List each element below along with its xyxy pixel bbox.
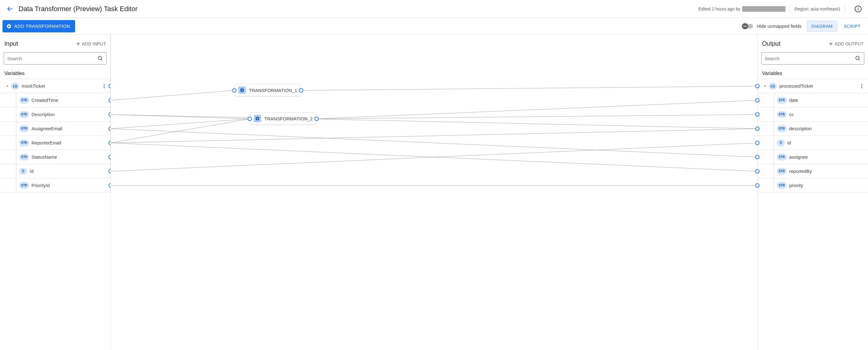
input-variables-label: Variables — [0, 68, 111, 79]
output-search[interactable] — [762, 52, 864, 65]
svg-line-21 — [111, 143, 757, 171]
svg-line-27 — [859, 59, 860, 61]
type-badge: D — [777, 140, 785, 146]
field-name: reportedBy — [789, 169, 866, 174]
node-output-port[interactable] — [314, 117, 319, 121]
variable-field[interactable]: STR Description — [0, 107, 111, 121]
page-title: Data Transformer (Preview) Task Editor — [19, 5, 137, 13]
svg-line-7 — [101, 59, 102, 61]
type-badge: STR — [19, 125, 29, 132]
field-port[interactable] — [755, 112, 760, 117]
transformation-node-2[interactable]: TRANSFORMATION_2 — [250, 112, 316, 125]
variable-field[interactable]: STR description — [757, 121, 868, 136]
svg-line-11 — [111, 91, 234, 100]
node-input-port[interactable] — [248, 117, 252, 121]
back-button[interactable] — [4, 3, 16, 15]
diagram-canvas[interactable]: TRANSFORMATION_1 TRANSFORMATION_2 — [111, 35, 757, 350]
field-name: date — [789, 98, 866, 103]
field-name: StatusName — [32, 154, 108, 160]
field-port[interactable] — [755, 98, 760, 102]
field-port[interactable] — [755, 169, 760, 173]
variable-field[interactable]: D Id — [0, 164, 111, 178]
hide-unmapped-toggle[interactable] — [743, 23, 754, 29]
edited-by: Edited 2 hours ago by — [698, 6, 785, 12]
type-badge: STR — [19, 182, 29, 189]
type-badge: D — [19, 168, 27, 175]
type-badge: STR — [777, 111, 787, 118]
field-name: ReporterEmail — [32, 140, 108, 145]
svg-point-9 — [104, 85, 105, 86]
output-panel: Output ADD OUTPUT Variables {J} processe… — [757, 35, 868, 350]
search-icon — [855, 55, 861, 62]
output-search-field[interactable] — [765, 56, 855, 61]
chevron-down-icon[interactable] — [4, 82, 11, 90]
gear-icon — [6, 24, 12, 29]
type-badge: STR — [777, 154, 787, 161]
region-label: Region: asia-northeast1 — [795, 6, 840, 11]
node-label: TRANSFORMATION_2 — [264, 116, 312, 121]
input-search-field[interactable] — [7, 56, 97, 61]
type-badge: {J} — [769, 83, 777, 90]
output-variables-label: Variables — [757, 68, 868, 79]
field-name: CreatedTime — [32, 98, 108, 103]
svg-line-12 — [301, 86, 757, 91]
variable-field[interactable]: STR CreatedTime — [0, 93, 111, 107]
divider — [790, 5, 790, 13]
variable-field[interactable]: D id — [757, 136, 868, 150]
variable-root[interactable]: {J} processedTicket — [757, 79, 868, 93]
node-label: TRANSFORMATION_1 — [249, 88, 297, 93]
field-port[interactable] — [755, 183, 760, 188]
variable-field[interactable]: STR StatusName — [0, 150, 111, 164]
add-transformation-button[interactable]: ADD TRANSFORMATION — [2, 20, 75, 32]
transformation-node-1[interactable]: TRANSFORMATION_1 — [234, 84, 301, 96]
tab-diagram[interactable]: DIAGRAM — [807, 21, 837, 32]
node-output-port[interactable] — [299, 88, 303, 93]
add-input-button[interactable]: ADD INPUT — [76, 41, 106, 46]
add-transformation-label: ADD TRANSFORMATION — [14, 24, 70, 29]
variable-field[interactable]: STR AssigneeEmail — [0, 121, 111, 136]
field-name: assignee — [789, 154, 866, 160]
svg-line-23 — [111, 129, 757, 143]
type-badge: STR — [19, 140, 29, 146]
chevron-down-icon[interactable] — [762, 82, 769, 90]
field-name: description — [789, 126, 866, 131]
toolbar: ADD TRANSFORMATION Hide unmapped fields … — [0, 18, 868, 35]
field-port[interactable] — [755, 127, 760, 131]
variable-root[interactable]: {J} mockTicket — [0, 79, 111, 93]
variable-field[interactable]: STR date — [757, 93, 868, 107]
hide-unmapped-label: Hide unmapped fields — [757, 24, 802, 29]
svg-point-29 — [862, 85, 862, 86]
svg-line-20 — [111, 114, 757, 129]
variable-field[interactable]: STR reportedBy — [757, 164, 868, 178]
variable-field[interactable]: STR priority — [757, 178, 868, 193]
variable-field[interactable]: STR cc — [757, 107, 868, 121]
input-panel-title: Input — [4, 40, 18, 47]
type-badge: STR — [777, 97, 787, 104]
row-menu-button[interactable] — [858, 82, 866, 90]
type-badge: STR — [777, 182, 787, 189]
field-name: cc — [789, 112, 866, 117]
row-menu-button[interactable] — [100, 82, 108, 90]
field-name: id — [787, 140, 866, 145]
add-output-button[interactable]: ADD OUTPUT — [829, 41, 864, 46]
field-port[interactable] — [755, 141, 760, 145]
field-port[interactable] — [755, 155, 760, 159]
svg-line-14 — [111, 119, 250, 129]
svg-line-15 — [111, 119, 250, 143]
edited-by-user-redacted — [742, 6, 785, 12]
plus-icon — [76, 41, 81, 46]
type-badge: {J} — [11, 83, 19, 90]
variable-field[interactable]: STR assignee — [757, 150, 868, 164]
variable-field[interactable]: STR PriorityId — [0, 178, 111, 193]
svg-line-18 — [316, 100, 757, 119]
info-icon — [855, 5, 862, 13]
info-button[interactable] — [852, 3, 864, 15]
node-input-port[interactable] — [232, 88, 237, 93]
tab-script[interactable]: SCRIPT — [839, 21, 865, 32]
editor-header: Data Transformer (Preview) Task Editor E… — [0, 0, 868, 18]
variable-field[interactable]: STR ReporterEmail — [0, 136, 111, 150]
field-port[interactable] — [755, 84, 760, 88]
input-search[interactable] — [4, 52, 106, 65]
output-panel-title: Output — [762, 40, 780, 47]
type-badge: STR — [19, 154, 29, 161]
